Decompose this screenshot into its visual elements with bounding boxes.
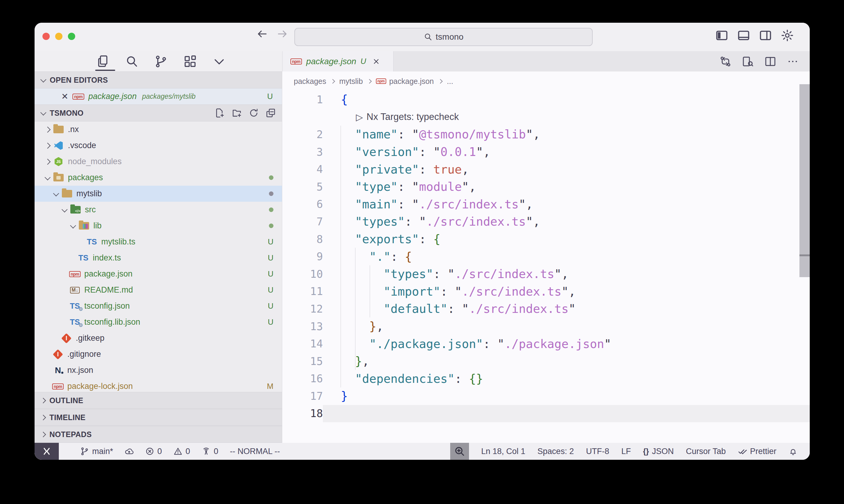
code-editor[interactable]: 1{▷Nx Targets: typecheck2 "name": "@tsmo… <box>282 91 810 443</box>
breadcrumb-item[interactable]: packages <box>294 77 326 86</box>
line-number[interactable]: 5 <box>282 181 323 193</box>
status-warnings[interactable]: 0 <box>173 447 190 456</box>
code-line-12[interactable]: 12 "default": "./src/index.ts" <box>282 300 810 318</box>
code-line-8[interactable]: 8 "exports": { <box>282 231 810 248</box>
status-errors[interactable]: 0 <box>145 447 162 456</box>
line-number[interactable]: 3 <box>282 146 323 158</box>
tree-item-src[interactable]: src <box>35 202 282 218</box>
status-indentation[interactable]: Spaces: 2 <box>537 447 574 456</box>
status-ports[interactable]: 0 <box>202 447 218 456</box>
tree-item-lib[interactable]: lib <box>35 218 282 234</box>
close-tab-icon[interactable] <box>372 57 380 66</box>
code-line-17[interactable]: 17} <box>282 388 810 405</box>
code-line-11[interactable]: 11 "import": "./src/index.ts", <box>282 283 810 301</box>
zoom-indicator[interactable] <box>450 443 469 460</box>
line-number[interactable]: 18 <box>282 408 323 419</box>
tree-item-packages[interactable]: packages <box>35 169 282 186</box>
line-number[interactable]: 9 <box>282 251 323 263</box>
status-eol[interactable]: LF <box>621 447 631 456</box>
tree-item-mytslib.ts[interactable]: TSmytslib.tsU <box>35 234 282 250</box>
line-number[interactable]: 7 <box>282 216 323 228</box>
navigate-forward-icon[interactable] <box>276 28 288 40</box>
line-number[interactable]: 17 <box>282 390 323 402</box>
close-window-button[interactable] <box>42 33 50 40</box>
toggle-primary-sidebar-icon[interactable] <box>715 29 728 42</box>
code-line-9[interactable]: 9 ".": { <box>282 248 810 265</box>
toggle-panel-icon[interactable] <box>737 29 750 42</box>
codelens-nx-targets[interactable]: ▷Nx Targets: typecheck <box>282 108 810 126</box>
line-number[interactable]: 10 <box>282 268 323 280</box>
line-number[interactable]: 6 <box>282 198 323 210</box>
status-cursor-tab[interactable]: Cursor Tab <box>686 447 726 456</box>
navigate-back-icon[interactable] <box>257 28 268 40</box>
status-language-mode[interactable]: {}JSON <box>643 447 674 456</box>
collapse-folders-icon[interactable] <box>265 108 276 118</box>
zoom-window-button[interactable] <box>68 33 75 40</box>
tree-item-index.ts[interactable]: TSindex.tsU <box>35 250 282 266</box>
code-line-13[interactable]: 13 }, <box>282 318 810 335</box>
overview-ruler-marker[interactable] <box>799 256 810 277</box>
tree-item-README.md[interactable]: M↓README.mdU <box>35 282 282 298</box>
remote-indicator[interactable] <box>35 443 59 460</box>
status-git-branch[interactable]: main* <box>80 447 113 456</box>
new-folder-icon[interactable] <box>231 108 242 118</box>
tree-item-mytslib[interactable]: mytslib <box>35 186 282 202</box>
code-line-3[interactable]: 3 "version": "0.0.1", <box>282 143 810 161</box>
line-number[interactable]: 13 <box>282 321 323 332</box>
tab-package-json[interactable]: npm package.json U <box>282 51 394 71</box>
status-notifications[interactable] <box>789 447 798 456</box>
code-line-5[interactable]: 5 "type": "module", <box>282 178 810 196</box>
code-line-6[interactable]: 6 "main": "./src/index.ts", <box>282 196 810 213</box>
breadcrumb-item[interactable]: mytslib <box>339 77 363 86</box>
code-line-15[interactable]: 15 }, <box>282 353 810 370</box>
activity-source-control-icon[interactable] <box>154 55 168 69</box>
tree-item-.gitignore[interactable]: .gitignore <box>35 346 282 362</box>
refresh-explorer-icon[interactable] <box>248 108 259 118</box>
breadcrumb-item[interactable]: npmpackage.json <box>376 77 434 86</box>
tree-item-tsconfig.json[interactable]: TS⚙tsconfig.jsonU <box>35 298 282 314</box>
new-file-icon[interactable] <box>214 108 225 118</box>
section-outline[interactable]: OUTLINE <box>35 392 282 409</box>
code-line-1[interactable]: 1{ <box>282 91 810 108</box>
status-vim-mode[interactable]: -- NORMAL -- <box>230 447 280 456</box>
open-editors-header[interactable]: OPEN EDITORS <box>35 71 282 88</box>
tree-item-.vscode[interactable]: .vscode <box>35 138 282 154</box>
code-line-16[interactable]: 16 "dependencies": {} <box>282 370 810 388</box>
activity-search-icon[interactable] <box>125 55 139 69</box>
code-line-10[interactable]: 10 "types": "./src/index.ts", <box>282 265 810 283</box>
activity-extensions-icon[interactable] <box>183 55 197 69</box>
open-editor-item[interactable]: ✕ npm package.json packages/mytslib U <box>35 88 282 105</box>
status-sync[interactable] <box>125 447 134 456</box>
code-line-14[interactable]: 14 "./package.json": "./package.json" <box>282 335 810 353</box>
status-formatter[interactable]: Prettier <box>738 447 776 456</box>
status-encoding[interactable]: UTF-8 <box>586 447 609 456</box>
tree-item-package.json[interactable]: npmpackage.jsonU <box>35 266 282 282</box>
status-cursor-position[interactable]: Ln 18, Col 1 <box>481 447 526 456</box>
code-line-4[interactable]: 4 "private": true, <box>282 161 810 178</box>
split-editor-icon[interactable] <box>764 55 776 68</box>
line-number[interactable]: 11 <box>282 285 323 298</box>
toggle-secondary-sidebar-icon[interactable] <box>759 29 772 42</box>
line-number[interactable]: 8 <box>282 233 323 245</box>
tree-item-nx.json[interactable]: Nnx.json <box>35 362 282 378</box>
editor-scrollbar-thumb[interactable] <box>799 84 810 254</box>
tree-item-.nx[interactable]: .nx <box>35 122 282 138</box>
code-line-2[interactable]: 2 "name": "@tsmono/mytslib", <box>282 126 810 143</box>
tree-item-node_modules[interactable]: JSnode_modules <box>35 154 282 169</box>
section-notepads[interactable]: NOTEPADS <box>35 426 282 443</box>
activity-explorer-icon[interactable] <box>96 55 110 69</box>
settings-gear-icon[interactable] <box>781 29 794 42</box>
tree-item-.gitkeep[interactable]: .gitkeep <box>35 330 282 346</box>
section-timeline[interactable]: TIMELINE <box>35 409 282 426</box>
line-number[interactable]: 14 <box>282 338 323 350</box>
line-number[interactable]: 1 <box>282 94 323 106</box>
activity-more-views-icon[interactable] <box>212 55 226 69</box>
line-number[interactable]: 4 <box>282 163 323 175</box>
line-number[interactable]: 2 <box>282 128 323 141</box>
more-actions-icon[interactable] <box>787 55 799 68</box>
open-changes-icon[interactable] <box>719 55 731 68</box>
close-editor-icon[interactable]: ✕ <box>61 92 68 101</box>
code-line-7[interactable]: 7 "types": "./src/index.ts", <box>282 213 810 231</box>
open-preview-icon[interactable] <box>742 55 754 68</box>
line-number[interactable]: 16 <box>282 373 323 385</box>
